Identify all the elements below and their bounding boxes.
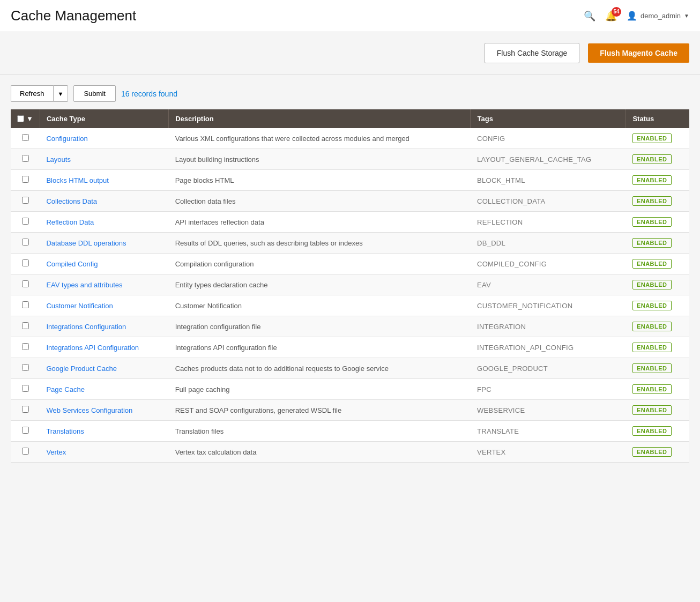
flush-cache-storage-button[interactable]: Flush Cache Storage bbox=[485, 43, 580, 63]
cache-type-cell: Blocks HTML output bbox=[40, 170, 168, 191]
row-checkbox[interactable] bbox=[22, 427, 29, 434]
refresh-btn-group: Refresh ▼ bbox=[11, 85, 68, 102]
status-cell: ENABLED bbox=[626, 233, 689, 254]
cache-type-link[interactable]: Database DDL operations bbox=[46, 239, 126, 247]
cache-type-cell: EAV types and attributes bbox=[40, 274, 168, 295]
status-badge: ENABLED bbox=[632, 259, 672, 269]
tags-cell: REFLECTION bbox=[471, 212, 626, 233]
row-checkbox[interactable] bbox=[22, 280, 29, 287]
description-cell: Page blocks HTML bbox=[169, 170, 471, 191]
cache-type-cell: Database DDL operations bbox=[40, 233, 168, 254]
row-checkbox[interactable] bbox=[22, 239, 29, 246]
cache-type-cell: Collections Data bbox=[40, 191, 168, 212]
cache-type-link[interactable]: Vertex bbox=[46, 448, 66, 456]
column-header-tags: Tags bbox=[471, 109, 626, 128]
table-row: Integrations API ConfigurationIntegratio… bbox=[11, 337, 689, 358]
flush-magento-cache-button[interactable]: Flush Magento Cache bbox=[588, 43, 689, 63]
description-cell: Customer Notification bbox=[169, 295, 471, 316]
status-badge: ENABLED bbox=[632, 196, 672, 206]
status-badge: ENABLED bbox=[632, 384, 672, 394]
tags-cell: CONFIG bbox=[471, 128, 626, 149]
row-checkbox-cell bbox=[11, 233, 40, 254]
status-cell: ENABLED bbox=[626, 212, 689, 233]
row-checkbox[interactable] bbox=[22, 155, 29, 162]
cache-type-link[interactable]: Layouts bbox=[46, 155, 71, 163]
refresh-button[interactable]: Refresh bbox=[11, 85, 53, 102]
status-cell: ENABLED bbox=[626, 295, 689, 316]
user-icon: 👤 bbox=[627, 11, 637, 21]
description-cell: Results of DDL queries, such as describi… bbox=[169, 233, 471, 254]
cache-type-link[interactable]: Compiled Config bbox=[46, 260, 98, 268]
row-checkbox[interactable] bbox=[22, 301, 29, 308]
row-checkbox[interactable] bbox=[22, 197, 29, 204]
description-cell: Layout building instructions bbox=[169, 149, 471, 170]
select-all-dropdown-icon[interactable]: ▼ bbox=[26, 115, 33, 123]
cache-type-link[interactable]: Page Cache bbox=[46, 385, 85, 393]
cache-type-cell: Reflection Data bbox=[40, 212, 168, 233]
cache-type-link[interactable]: Customer Notification bbox=[46, 302, 113, 310]
user-menu[interactable]: 👤 demo_admin ▼ bbox=[627, 11, 689, 21]
row-checkbox[interactable] bbox=[22, 448, 29, 455]
status-badge: ENABLED bbox=[632, 217, 672, 227]
cache-type-link[interactable]: Integrations Configuration bbox=[46, 323, 126, 331]
row-checkbox-cell bbox=[11, 295, 40, 316]
status-badge: ENABLED bbox=[632, 426, 672, 436]
tags-cell: BLOCK_HTML bbox=[471, 170, 626, 191]
tags-cell: COLLECTION_DATA bbox=[471, 191, 626, 212]
description-cell: API interfaces reflection data bbox=[169, 212, 471, 233]
tags-cell: GOOGLE_PRODUCT bbox=[471, 358, 626, 379]
header-actions: 🔍 🔔 54 👤 demo_admin ▼ bbox=[584, 10, 689, 22]
cache-type-cell: Compiled Config bbox=[40, 254, 168, 274]
row-checkbox[interactable] bbox=[22, 218, 29, 225]
table-row: Google Product CacheCaches products data… bbox=[11, 358, 689, 379]
search-button[interactable]: 🔍 bbox=[584, 10, 595, 22]
row-checkbox-cell bbox=[11, 170, 40, 191]
row-checkbox[interactable] bbox=[22, 134, 29, 141]
status-cell: ENABLED bbox=[626, 191, 689, 212]
cache-type-link[interactable]: Configuration bbox=[46, 135, 87, 143]
status-badge: ENABLED bbox=[632, 363, 672, 373]
status-cell: ENABLED bbox=[626, 400, 689, 421]
status-badge: ENABLED bbox=[632, 175, 672, 185]
cache-type-cell: Translations bbox=[40, 421, 168, 442]
row-checkbox[interactable] bbox=[22, 406, 29, 413]
tags-cell: INTEGRATION_API_CONFIG bbox=[471, 337, 626, 358]
column-header-cache-type: Cache Type bbox=[40, 109, 168, 128]
cache-type-link[interactable]: Web Services Configuration bbox=[46, 406, 132, 414]
row-checkbox-cell bbox=[11, 337, 40, 358]
row-checkbox[interactable] bbox=[22, 364, 29, 371]
username-label: demo_admin bbox=[641, 12, 681, 20]
status-badge: ENABLED bbox=[632, 447, 672, 457]
status-cell: ENABLED bbox=[626, 170, 689, 191]
row-checkbox[interactable] bbox=[22, 385, 29, 392]
row-checkbox[interactable] bbox=[22, 322, 29, 329]
row-checkbox-cell bbox=[11, 212, 40, 233]
cache-type-link[interactable]: Collections Data bbox=[46, 197, 97, 205]
cache-type-link[interactable]: EAV types and attributes bbox=[46, 281, 122, 289]
row-checkbox[interactable] bbox=[22, 259, 29, 266]
refresh-dropdown-button[interactable]: ▼ bbox=[53, 85, 69, 102]
table-row: Integrations ConfigurationIntegration co… bbox=[11, 316, 689, 337]
description-cell: Compilation configuration bbox=[169, 254, 471, 274]
status-badge: ENABLED bbox=[632, 405, 672, 415]
row-checkbox[interactable] bbox=[22, 176, 29, 183]
column-header-status: Status bbox=[626, 109, 689, 128]
row-checkbox-cell bbox=[11, 421, 40, 442]
cache-type-link[interactable]: Translations bbox=[46, 427, 84, 435]
cache-type-link[interactable]: Blocks HTML output bbox=[46, 176, 109, 184]
cache-management-table: ▼ Cache Type Description Tags Status Con… bbox=[11, 109, 689, 463]
cache-type-link[interactable]: Integrations API Configuration bbox=[46, 344, 139, 352]
tags-cell: TRANSLATE bbox=[471, 421, 626, 442]
cache-type-cell: Integrations API Configuration bbox=[40, 337, 168, 358]
description-cell: Collection data files bbox=[169, 191, 471, 212]
table-row: Reflection DataAPI interfaces reflection… bbox=[11, 212, 689, 233]
select-all-checkbox[interactable] bbox=[17, 115, 24, 122]
row-checkbox-cell bbox=[11, 191, 40, 212]
cache-type-link[interactable]: Reflection Data bbox=[46, 218, 94, 226]
cache-type-link[interactable]: Google Product Cache bbox=[46, 365, 117, 373]
submit-button[interactable]: Submit bbox=[73, 85, 115, 102]
chevron-down-icon: ▼ bbox=[684, 13, 689, 19]
status-cell: ENABLED bbox=[626, 442, 689, 463]
notification-bell[interactable]: 🔔 54 bbox=[605, 10, 617, 22]
row-checkbox[interactable] bbox=[22, 343, 29, 350]
